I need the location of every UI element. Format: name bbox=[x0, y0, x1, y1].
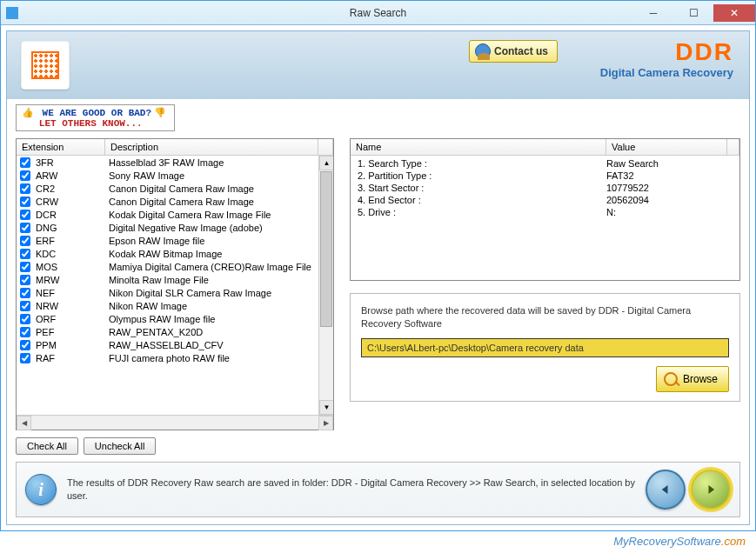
list-item[interactable]: MOSMamiya Digital Camera (CREO)Raw Image… bbox=[17, 260, 318, 273]
extension-name: ERF bbox=[34, 236, 109, 246]
list-item[interactable]: PEFRAW_PENTAX_K20D bbox=[17, 325, 318, 338]
list-item[interactable]: DNGDigital Negative Raw Image (adobe) bbox=[17, 221, 318, 234]
extension-name: 3FR bbox=[34, 157, 109, 168]
app-icon bbox=[6, 7, 18, 19]
extension-name: PEF bbox=[34, 327, 109, 337]
extension-checkbox[interactable] bbox=[20, 183, 30, 194]
extension-name: CRW bbox=[34, 197, 109, 207]
info-row: 5. Drive :N: bbox=[351, 206, 739, 218]
magnifier-icon bbox=[664, 372, 678, 386]
extension-description: Nikon RAW Image bbox=[109, 301, 315, 311]
extension-description: Hasselblad 3F RAW Image bbox=[109, 157, 315, 168]
extension-description: RAW_PENTAX_K20D bbox=[109, 327, 315, 337]
col-header-value[interactable]: Value bbox=[606, 139, 727, 155]
app-logo bbox=[21, 41, 70, 90]
uncheck-all-button[interactable]: Uncheck All bbox=[84, 437, 156, 455]
extension-name: NEF bbox=[34, 288, 109, 298]
extension-checkbox[interactable] bbox=[20, 210, 30, 220]
browse-panel: Browse path where the recovered data wil… bbox=[350, 293, 740, 402]
extension-name: ORF bbox=[34, 314, 109, 324]
col-header-description[interactable]: Description bbox=[105, 139, 318, 155]
extension-description: Mamiya Digital Camera (CREO)Raw Image Fi… bbox=[109, 262, 315, 272]
extension-checkbox[interactable] bbox=[20, 236, 30, 246]
extension-name: ARW bbox=[34, 170, 109, 181]
extension-checkbox[interactable] bbox=[20, 353, 30, 363]
watermark: MyRecoverySoftware.com bbox=[0, 531, 756, 553]
extension-description: Minolta Raw Image File bbox=[109, 275, 315, 285]
extension-description: RAW_HASSELBLAD_CFV bbox=[109, 340, 315, 350]
extension-description: Kodak Digital Camera Raw Image File bbox=[109, 210, 315, 220]
info-row: 1. Search Type :Raw Search bbox=[351, 157, 739, 170]
extension-description: Sony RAW Image bbox=[109, 170, 315, 181]
list-item[interactable]: NRWNikon RAW Image bbox=[17, 299, 318, 312]
brand-subtitle: Digital Camera Recovery bbox=[600, 66, 733, 79]
check-all-button[interactable]: Check All bbox=[16, 437, 78, 455]
extension-name: RAF bbox=[34, 353, 109, 363]
extension-checkbox[interactable] bbox=[20, 157, 30, 168]
extension-checkbox[interactable] bbox=[20, 301, 30, 311]
col-header-extension[interactable]: Extension bbox=[17, 139, 105, 155]
extension-checkbox[interactable] bbox=[20, 170, 30, 181]
list-item[interactable]: RAFFUJI camera photo RAW file bbox=[17, 351, 318, 364]
maximize-button[interactable]: ☐ bbox=[673, 4, 713, 22]
scrollbar-horizontal[interactable]: ◀▶ bbox=[17, 415, 333, 430]
window-title: Raw Search bbox=[350, 7, 406, 19]
back-button[interactable] bbox=[646, 470, 686, 510]
extension-description: Olympus RAW Image file bbox=[109, 314, 315, 324]
list-item[interactable]: ERFEpson RAW Image file bbox=[17, 234, 318, 247]
scrollbar-vertical[interactable]: ▲ ▼ bbox=[318, 156, 333, 415]
info-name: 3. Start Sector : bbox=[358, 183, 606, 193]
feedback-banner[interactable]: 👍 WE ARE GOOD OR BAD?👎 LET OTHERS KNOW..… bbox=[16, 104, 175, 131]
extension-checkbox[interactable] bbox=[20, 223, 30, 233]
info-value: 20562094 bbox=[606, 195, 649, 205]
info-value: N: bbox=[606, 207, 616, 217]
extension-checkbox[interactable] bbox=[20, 249, 30, 259]
forward-button[interactable] bbox=[691, 470, 731, 510]
browse-button[interactable]: Browse bbox=[656, 366, 729, 392]
recovery-path-input[interactable] bbox=[361, 338, 729, 357]
extension-description: Epson RAW Image file bbox=[109, 236, 315, 246]
info-row: 4. End Sector :20562094 bbox=[351, 194, 739, 206]
contact-us-button[interactable]: Contact us bbox=[469, 40, 558, 63]
info-name: 1. Search Type : bbox=[358, 158, 606, 169]
extension-name: DNG bbox=[34, 223, 109, 233]
extension-name: MOS bbox=[34, 262, 109, 272]
info-value: Raw Search bbox=[606, 158, 659, 169]
info-value: FAT32 bbox=[606, 170, 634, 181]
list-item[interactable]: DCRKodak Digital Camera Raw Image File bbox=[17, 208, 318, 221]
minimize-button[interactable]: ─ bbox=[633, 4, 673, 22]
extension-checkbox[interactable] bbox=[20, 327, 30, 337]
info-icon: i bbox=[25, 474, 57, 505]
titlebar: Raw Search ─ ☐ ✕ bbox=[1, 1, 755, 25]
list-item[interactable]: MRWMinolta Raw Image File bbox=[17, 273, 318, 286]
info-value: 10779522 bbox=[606, 183, 649, 193]
extension-name: NRW bbox=[34, 301, 109, 311]
extension-checkbox[interactable] bbox=[20, 275, 30, 285]
list-item[interactable]: KDCKodak RAW Bitmap Image bbox=[17, 247, 318, 260]
extension-checkbox[interactable] bbox=[20, 288, 30, 298]
list-item[interactable]: PPMRAW_HASSELBLAD_CFV bbox=[17, 338, 318, 351]
list-item[interactable]: CRWCanon Digital Camera Raw Image bbox=[17, 195, 318, 208]
extension-name: CR2 bbox=[34, 183, 109, 194]
list-item[interactable]: ARWSony RAW Image bbox=[17, 169, 318, 182]
extension-checkbox[interactable] bbox=[20, 197, 30, 207]
list-item[interactable]: NEFNikon Digital SLR Camera Raw Image bbox=[17, 286, 318, 299]
list-item[interactable]: ORFOlympus RAW Image file bbox=[17, 312, 318, 325]
info-row: 2. Partition Type :FAT32 bbox=[351, 170, 739, 182]
person-icon bbox=[475, 43, 491, 59]
extension-description: Nikon Digital SLR Camera Raw Image bbox=[109, 288, 315, 298]
extension-name: PPM bbox=[34, 340, 109, 350]
col-header-name[interactable]: Name bbox=[351, 139, 606, 155]
extension-checkbox[interactable] bbox=[20, 340, 30, 350]
extension-description: FUJI camera photo RAW file bbox=[109, 353, 315, 363]
list-item[interactable]: CR2Canon Digital Camera Raw Image bbox=[17, 182, 318, 195]
extension-checkbox[interactable] bbox=[20, 262, 30, 272]
extension-description: Digital Negative Raw Image (adobe) bbox=[109, 223, 315, 233]
extension-name: MRW bbox=[34, 275, 109, 285]
browse-label: Browse path where the recovered data wil… bbox=[361, 304, 729, 331]
list-item[interactable]: 3FRHasselblad 3F RAW Image bbox=[17, 156, 318, 169]
close-button[interactable]: ✕ bbox=[713, 4, 755, 22]
footer-text: The results of DDR Recovery Raw search a… bbox=[67, 476, 635, 503]
extension-checkbox[interactable] bbox=[20, 314, 30, 324]
app-header: Contact us DDR Digital Camera Recovery bbox=[7, 31, 749, 99]
